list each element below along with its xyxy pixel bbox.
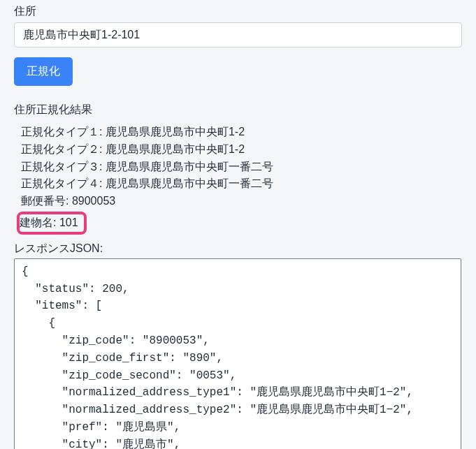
results-block: 正規化タイプ１: 鹿児島県鹿児島市中央町1-2 正規化タイプ２: 鹿児島県鹿児島… [14,124,462,235]
result-type1-value: 鹿児島県鹿児島市中央町1-2 [106,126,245,138]
result-zip-label: 郵便番号: [21,195,68,207]
result-type2: 正規化タイプ２: 鹿児島県鹿児島市中央町1-2 [21,141,462,159]
result-type1-label: 正規化タイプ１: [21,126,102,138]
result-type3-label: 正規化タイプ３: [21,161,102,172]
address-input[interactable] [14,22,462,47]
json-label: レスポンスJSON: [14,240,462,257]
result-type4-label: 正規化タイプ４: [21,177,102,189]
result-type3-value: 鹿児島県鹿児島市中央町一番二号 [106,161,273,172]
result-zip-value: 8900053 [72,195,115,207]
result-type4-value: 鹿児島県鹿児島市中央町一番二号 [106,177,273,189]
result-type2-value: 鹿児島県鹿児島市中央町1-2 [106,143,245,155]
result-zip: 郵便番号: 8900053 [21,193,462,210]
form-container: 住所 正規化 住所正規化結果 正規化タイプ１: 鹿児島県鹿児島市中央町1-2 正… [0,0,476,449]
result-type3: 正規化タイプ３: 鹿児島県鹿児島市中央町一番二号 [21,159,462,176]
result-type2-label: 正規化タイプ２: [21,143,102,155]
address-label: 住所 [14,3,462,20]
normalize-button[interactable]: 正規化 [14,57,73,86]
response-json[interactable] [14,258,461,449]
result-type1: 正規化タイプ１: 鹿児島県鹿児島市中央町1-2 [21,124,462,141]
result-building-value: 101 [59,216,78,228]
result-building-label: 建物名: [20,216,56,228]
result-header: 住所正規化結果 [14,101,462,118]
result-type4: 正規化タイプ４: 鹿児島県鹿児島市中央町一番二号 [21,175,462,193]
building-highlight: 建物名: 101 [17,212,87,235]
result-building: 建物名: 101 [21,210,462,235]
